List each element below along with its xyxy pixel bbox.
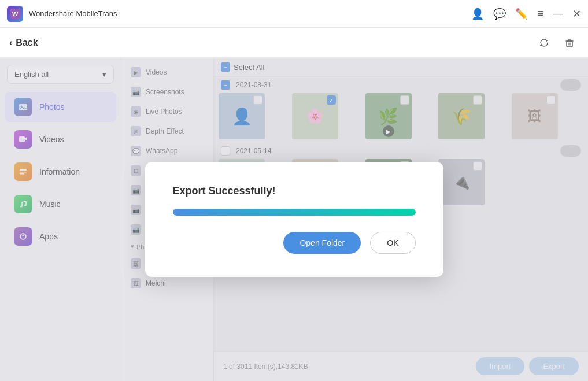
progress-bar-container [173,209,416,216]
open-folder-button[interactable]: Open Folder [283,232,361,254]
refresh-button[interactable] [535,34,553,52]
back-label: Back [16,38,38,48]
header: ‹ Back [0,28,588,58]
modal-overlay: Export Successfully! Open Folder OK [0,58,588,381]
title-bar: W Wondershare MobileTrans 👤 💬 ✏️ ≡ — ✕ [0,0,588,28]
app-title: Wondershare MobileTrans [29,9,117,18]
menu-icon[interactable]: ≡ [537,8,543,20]
delete-button[interactable] [560,34,579,52]
close-icon[interactable]: ✕ [572,8,581,20]
ok-button[interactable]: OK [370,232,415,254]
edit-icon[interactable]: ✏️ [515,8,528,20]
header-actions [535,34,579,52]
main-content: English all ▾ Photos Videos [0,58,588,381]
back-arrow-icon: ‹ [9,38,12,48]
svg-text:W: W [12,10,19,17]
chat-icon[interactable]: 💬 [493,8,506,20]
account-icon[interactable]: 👤 [471,8,484,20]
progress-bar-fill [173,209,416,216]
title-bar-left: W Wondershare MobileTrans [7,6,471,22]
back-button[interactable]: ‹ Back [9,38,38,48]
modal-actions: Open Folder OK [283,232,415,254]
modal-title: Export Successfully! [173,185,276,197]
export-success-modal: Export Successfully! Open Folder OK [145,162,443,277]
app-logo: W [7,6,23,22]
title-bar-controls: 👤 💬 ✏️ ≡ — ✕ [471,8,581,20]
minimize-icon[interactable]: — [553,8,563,20]
